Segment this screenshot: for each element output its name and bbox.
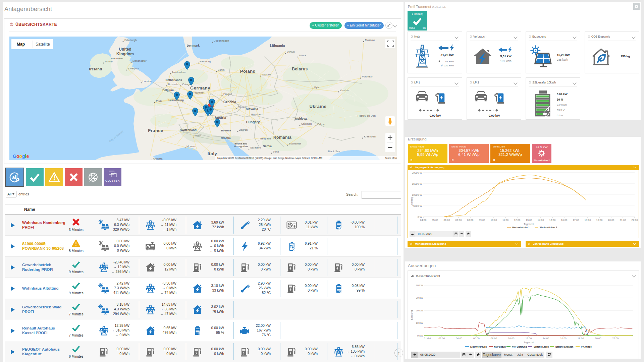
svg-text:11:00: 11:00 (502, 219, 508, 222)
svg-text:Dublin: Dublin (105, 60, 113, 63)
svg-text:06:00: 06:00 (473, 337, 480, 340)
svg-text:02:00: 02:00 (438, 337, 445, 340)
svg-text:Kingdom: Kingdom (116, 52, 134, 56)
svg-text:Belgium: Belgium (162, 88, 174, 92)
svg-text:Rostov-on-Don: Rostov-on-Don (358, 114, 376, 117)
svg-text:Batterie Laden: Batterie Laden (534, 346, 549, 348)
svg-text:Serbia: Serbia (263, 144, 272, 148)
svg-text:Poland: Poland (240, 69, 256, 74)
svg-text:Batterie Entladen: Batterie Entladen (555, 346, 573, 348)
svg-text:Bucharest: Bucharest (289, 142, 301, 145)
svg-text:PV Anlage: PV Anlage (581, 346, 592, 348)
svg-text:Map: Map (17, 42, 25, 47)
svg-text:Hungary: Hungary (246, 120, 260, 124)
svg-text:Kharkiv: Kharkiv (340, 89, 349, 92)
svg-text:Map data ©2020 GeoBasis-DE/BKG: Map data ©2020 GeoBasis-DE/BKG (©2009), … (217, 157, 323, 160)
svg-text:19:00: 19:00 (596, 219, 603, 222)
svg-text:Krasnodar: Krasnodar (364, 135, 376, 138)
svg-text:5000 W: 5000 W (413, 204, 422, 207)
svg-text:NVP Lieferung: NVP Lieferung (512, 346, 527, 348)
svg-text:Zagreb: Zagreb (239, 128, 248, 131)
svg-text:Vilnius: Vilnius (287, 50, 294, 53)
svg-text:Eigenverbrauch: Eigenverbrauch (470, 346, 487, 348)
svg-text:40 kW: 40 kW (416, 284, 423, 287)
svg-text:Warsaw: Warsaw (262, 73, 271, 76)
svg-text:12:00: 12:00 (525, 337, 532, 340)
svg-text:Tageszeit: Tageszeit (524, 341, 535, 344)
svg-text:17:00: 17:00 (573, 219, 579, 222)
svg-text:Copenhagen: Copenhagen (214, 39, 229, 42)
svg-text:12:00: 12:00 (514, 219, 521, 222)
svg-text:Slovakia: Slovakia (246, 107, 259, 111)
svg-text:Berlin: Berlin (218, 68, 224, 71)
svg-text:10 kW: 10 kW (416, 321, 423, 324)
svg-text:Lithuania: Lithuania (270, 44, 285, 48)
svg-text:Leistung: Leistung (410, 197, 413, 206)
svg-text:30 kW: 30 kW (416, 296, 423, 299)
svg-text:Switzerland: Switzerland (180, 128, 197, 132)
svg-text:07:00: 07:00 (455, 219, 462, 222)
svg-text:Slovenia: Slovenia (221, 129, 231, 132)
svg-text:10:00: 10:00 (491, 219, 497, 222)
svg-text:Google: Google (13, 154, 29, 159)
svg-text:Satellite: Satellite (36, 42, 50, 47)
svg-text:London: London (143, 80, 152, 83)
svg-text:Tageszeit: Tageszeit (524, 223, 535, 226)
svg-text:14:00: 14:00 (538, 219, 544, 222)
svg-text:04:00: 04:00 (456, 337, 462, 340)
svg-text:15:00: 15:00 (549, 219, 556, 222)
svg-text:Moldova: Moldova (295, 117, 307, 120)
svg-text:08:00: 08:00 (491, 337, 497, 340)
svg-text:Prague: Prague (223, 93, 232, 96)
svg-text:Black Sea: Black Sea (328, 150, 340, 153)
svg-text:Italy: Italy (208, 151, 217, 156)
svg-text:Liverpool: Liverpool (128, 67, 139, 70)
svg-text:all: all (12, 174, 18, 180)
svg-text:0 W: 0 W (418, 216, 422, 219)
svg-text:Frankfurt: Frankfurt (194, 91, 205, 94)
svg-text:6. Mai: 6. Mai (424, 337, 431, 340)
svg-text:22:00: 22:00 (612, 337, 619, 340)
svg-text:Denmark: Denmark (187, 44, 200, 47)
svg-text:05:00: 05:00 (432, 219, 438, 222)
svg-text:15000 W: 15000 W (412, 182, 422, 185)
svg-text:Vienna: Vienna (238, 106, 247, 109)
svg-text:Andorra: Andorra (153, 157, 163, 160)
svg-text:Amsterdam: Amsterdam (172, 71, 185, 74)
svg-text:Germany: Germany (190, 85, 210, 90)
svg-text:Kyiv: Kyiv (314, 86, 319, 89)
svg-text:Ukraine: Ukraine (309, 104, 326, 109)
svg-text:20:00: 20:00 (608, 219, 614, 222)
svg-text:Romania: Romania (273, 135, 291, 140)
svg-text:Budapest: Budapest (251, 113, 263, 116)
svg-text:10000 W: 10000 W (412, 193, 422, 196)
svg-text:Hamburg: Hamburg (200, 60, 211, 63)
svg-text:20 kW: 20 kW (416, 309, 423, 312)
svg-text:United: United (119, 47, 131, 52)
svg-text:16:00: 16:00 (560, 337, 567, 340)
svg-text:09:00: 09:00 (479, 219, 485, 222)
svg-text:20000 W: 20000 W (412, 171, 422, 174)
svg-text:21:00: 21:00 (620, 219, 626, 222)
svg-text:NVP Bezug: NVP Bezug (494, 346, 506, 348)
svg-text:22:00: 22:00 (632, 219, 638, 222)
svg-text:14:00: 14:00 (543, 337, 549, 340)
svg-text:Belarus: Belarus (292, 67, 308, 71)
svg-text:Terms of Use: Terms of Use (385, 157, 397, 159)
svg-text:Herzegovina: Herzegovina (234, 145, 248, 148)
svg-text:Czechia: Czechia (223, 100, 236, 104)
svg-text:10:00: 10:00 (508, 337, 515, 340)
svg-text:Moscow: Moscow (365, 39, 375, 42)
svg-text:Odesa: Odesa (317, 123, 325, 126)
svg-text:Netherlands: Netherlands (165, 78, 182, 82)
svg-text:Paris: Paris (156, 100, 162, 103)
svg-text:Brussels: Brussels (168, 83, 178, 86)
svg-text:Minsk: Minsk (299, 54, 307, 57)
svg-text:06:00: 06:00 (444, 219, 450, 222)
svg-text:Belgrade: Belgrade (260, 137, 271, 140)
svg-text:08:00: 08:00 (467, 219, 474, 222)
svg-text:16:00: 16:00 (561, 219, 568, 222)
svg-text:13:00: 13:00 (526, 219, 532, 222)
svg-text:Sofia: Sofia (273, 150, 279, 153)
svg-text:Leistung: Leistung (410, 310, 413, 320)
